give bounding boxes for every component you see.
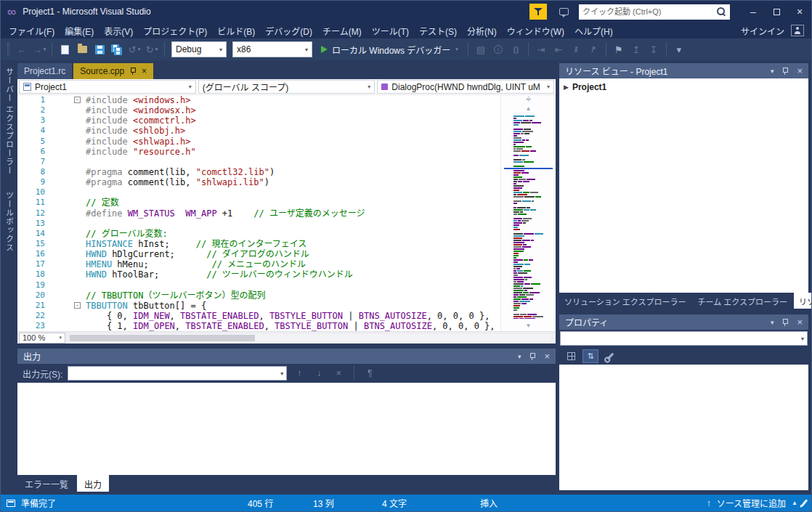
outdent-icon[interactable]: ⇤: [551, 41, 567, 58]
side-tool-tab[interactable]: ツールボックス: [4, 191, 15, 252]
code-line[interactable]: 4#include <shlobj.h>: [17, 126, 500, 136]
code-line[interactable]: 9#pragma comment(lib, "shlwapi.lib"): [17, 177, 500, 187]
window-position-icon[interactable]: ▾: [771, 68, 774, 75]
minimap-thumbnail[interactable]: [513, 115, 544, 319]
code-line[interactable]: 14// グローバル変数:: [17, 229, 500, 239]
menu-item[interactable]: テスト(S): [414, 23, 462, 39]
fold-toggle-icon[interactable]: -: [74, 95, 86, 105]
code-line[interactable]: 15HINSTANCE hInst; // 現在のインターフェイス: [17, 239, 500, 249]
indent-icon[interactable]: ⇥: [533, 41, 549, 58]
quick-launch-input[interactable]: [579, 4, 716, 20]
menu-item[interactable]: 編集(E): [60, 23, 99, 39]
pin-icon[interactable]: [529, 352, 536, 361]
menu-item[interactable]: ツール(T): [367, 23, 414, 39]
code-line[interactable]: 23 { 1, IDM_OPEN, TBSTATE_ENABLED, TBSTY…: [17, 321, 500, 331]
code-area[interactable]: 1-#include <windows.h>2#include <windows…: [17, 95, 556, 331]
explorer-tab[interactable]: リソース ビュー: [794, 293, 812, 309]
expander-icon[interactable]: ▶: [564, 84, 569, 91]
code-line[interactable]: 1-#include <windows.h>: [17, 95, 500, 105]
pin-icon[interactable]: [781, 67, 789, 76]
output-source-select[interactable]: ▾: [68, 366, 287, 381]
menu-item[interactable]: チーム(M): [317, 23, 367, 39]
navigate-backward-icon[interactable]: ←: [14, 41, 30, 58]
search-icon[interactable]: [716, 7, 727, 17]
previous-message-icon[interactable]: ↑: [292, 366, 306, 381]
scroll-up-icon[interactable]: ▲: [501, 106, 556, 112]
code-line[interactable]: 22 { 0, IDM_NEW, TBSTATE_ENABLED, TBSTYL…: [17, 311, 500, 321]
next-message-icon[interactable]: ↓: [312, 366, 326, 381]
toolbar-grip[interactable]: [7, 43, 9, 56]
code-line[interactable]: 12#define WM_STATUS WM_APP +1 // ユーザ定義のメ…: [17, 208, 500, 219]
project-dropdown[interactable]: Project1 ▾: [19, 80, 196, 94]
feedback-filter-button[interactable]: [529, 4, 547, 20]
menu-item[interactable]: 分析(N): [462, 23, 502, 39]
code-line[interactable]: 10: [17, 187, 500, 198]
pin-icon[interactable]: [129, 67, 137, 76]
minimize-button[interactable]: –: [742, 1, 765, 23]
open-file-icon[interactable]: [74, 41, 90, 58]
new-file-icon[interactable]: [57, 41, 73, 58]
member-list-icon[interactable]: ▤: [473, 41, 489, 58]
pin-icon[interactable]: [781, 318, 789, 327]
output-content[interactable]: [17, 383, 556, 475]
menu-item[interactable]: ウィンドウ(W): [502, 23, 569, 39]
save-all-icon[interactable]: [109, 41, 125, 58]
categorized-icon[interactable]: [563, 349, 579, 363]
bookmark-icon[interactable]: ⚑: [611, 41, 627, 58]
editor-scrollbar[interactable]: ÷ ▲ ▼: [500, 95, 556, 331]
code-line[interactable]: 8#pragma comment(lib, "comctl32.lib"): [17, 167, 500, 177]
close-button[interactable]: ×: [788, 1, 811, 23]
maximize-button[interactable]: [765, 1, 788, 23]
menu-item[interactable]: ヘルプ(H): [569, 23, 618, 39]
code-line[interactable]: 17HMENU hMenu; // メニューのハンドル: [17, 259, 500, 269]
menu-item[interactable]: ビルド(B): [212, 23, 260, 39]
explorer-tab[interactable]: チーム エクスプローラー: [693, 293, 792, 309]
close-icon[interactable]: ×: [142, 67, 147, 76]
document-tab[interactable]: Project1.rc: [17, 63, 72, 79]
member-dropdown[interactable]: DialogProc(HWND hwndDlg, UINT uMs ▾: [377, 80, 554, 94]
split-editor-handle[interactable]: ÷: [501, 95, 556, 105]
sign-in-button[interactable]: サインイン: [741, 25, 784, 37]
window-position-icon[interactable]: ▾: [771, 319, 774, 326]
code-line[interactable]: 3#include <commctrl.h>: [17, 115, 500, 126]
tree-item-project1[interactable]: ▶ Project1: [559, 81, 808, 94]
side-tool-tab[interactable]: サーバー エクスプローラー: [4, 68, 15, 175]
horizontal-scrollbar-thumb[interactable]: [70, 335, 255, 341]
scroll-down-icon[interactable]: ▼: [501, 323, 556, 329]
code-line[interactable]: 20// TBBUTTON（ツールバーボタン）型の配列: [17, 290, 500, 301]
save-icon[interactable]: [92, 41, 107, 58]
alphabetical-sort-icon[interactable]: ⇅: [582, 349, 598, 363]
start-debugging-button[interactable]: ローカル Windows デバッガー ▾: [316, 44, 463, 56]
code-line[interactable]: 18HWND hToolBar; // ツールバーのウィンドウハンドル: [17, 269, 500, 280]
properties-object-select[interactable]: ▾: [560, 331, 808, 346]
explorer-tab[interactable]: ソリューション エクスプローラー: [559, 293, 691, 309]
bottom-panel-tab[interactable]: エラー一覧: [17, 475, 76, 492]
undo-icon[interactable]: ↺▾: [126, 41, 142, 58]
horizontal-scrollbar[interactable]: [70, 334, 551, 342]
uncomment-icon[interactable]: /*: [585, 41, 601, 58]
menu-item[interactable]: 表示(V): [99, 23, 138, 39]
code-line[interactable]: 21-TBBUTTON tbButton[] = {: [17, 301, 500, 311]
feedback-pencil-icon[interactable]: [801, 499, 808, 506]
account-button[interactable]: [791, 25, 804, 36]
chevron-up-icon[interactable]: ▲: [792, 500, 797, 506]
zoom-select[interactable]: 100 % ▾: [19, 333, 65, 344]
menu-item[interactable]: デバッグ(D): [260, 23, 317, 39]
close-icon[interactable]: ×: [544, 352, 550, 361]
code-line[interactable]: 7: [17, 157, 500, 167]
property-pages-icon[interactable]: [602, 349, 618, 363]
code-line[interactable]: 2#include <windowsx.h>: [17, 105, 500, 115]
fold-toggle-icon[interactable]: -: [74, 301, 86, 311]
scope-dropdown[interactable]: (グローバル スコープ) ▾: [198, 80, 375, 94]
add-to-source-control-button[interactable]: ソース管理に追加: [717, 497, 786, 509]
menu-item[interactable]: ファイル(F): [4, 23, 60, 39]
quick-info-icon[interactable]: i: [490, 41, 506, 58]
bottom-panel-tab[interactable]: 出力: [77, 475, 109, 492]
code-line[interactable]: 19: [17, 280, 500, 290]
close-icon[interactable]: ×: [797, 66, 803, 76]
close-icon[interactable]: ×: [797, 317, 803, 327]
clear-all-icon[interactable]: ×: [331, 366, 346, 381]
navigate-forward-icon[interactable]: →▾: [31, 41, 47, 58]
code-line[interactable]: 5#include <shlwapi.h>: [17, 137, 500, 147]
solution-platform-select[interactable]: x86 ▾: [232, 41, 312, 57]
